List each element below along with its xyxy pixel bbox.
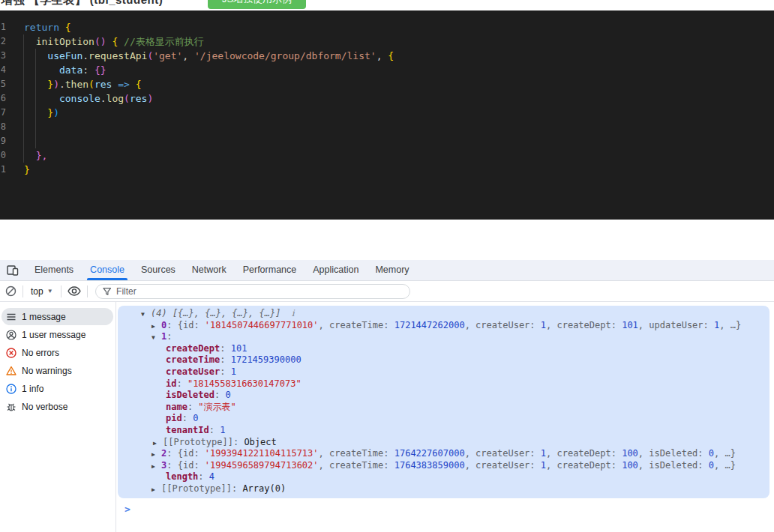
tab-application[interactable]: Application [304, 260, 367, 280]
toolbar-divider [61, 285, 62, 297]
console-tree-row: createTime: 1721459390000 [118, 354, 770, 366]
console-tree-row[interactable]: ▶0: {id: '1814507446697771010', createTi… [118, 320, 770, 332]
console-prompt[interactable]: > [116, 504, 774, 515]
console-tree-row[interactable]: ▼(4) [{…}, {…}, {…}, {…}] i [118, 308, 770, 320]
expand-triangle-icon[interactable]: ▶ [153, 438, 157, 450]
code-line[interactable]: 2 initOption() { //表格显示前执行 [0, 34, 774, 49]
sidebar-item-no-errors[interactable]: No errors [2, 344, 113, 361]
sidebar-item-no-verbose[interactable]: No verbose [2, 398, 113, 415]
line-number: 8 [0, 120, 6, 134]
code-text [6, 134, 24, 148]
filter-field[interactable] [95, 284, 410, 299]
code-line[interactable]: 8 [0, 120, 774, 134]
code-line[interactable]: 0 }, [0, 148, 774, 163]
line-number: 6 [0, 91, 6, 106]
code-text: console.log(res) [6, 91, 153, 106]
indent-guide [35, 49, 36, 148]
chevron-down-icon: ▼ [47, 288, 53, 294]
verbose-icon [6, 402, 16, 412]
collapse-triangle-icon[interactable]: ▼ [141, 309, 145, 321]
page-title: 增强 【学生表】 (tbl_student) [2, 0, 163, 7]
tab-performance[interactable]: Performance [235, 260, 305, 280]
prompt-chevron-icon: > [124, 504, 130, 515]
tab-sources[interactable]: Sources [133, 260, 184, 280]
toolbar-divider [87, 285, 88, 297]
code-text: }) [6, 106, 59, 120]
sidebar-item-label: No warnings [22, 366, 72, 376]
live-expression-eye-icon[interactable] [68, 286, 81, 296]
console-tree-row: createDept: 101 [118, 343, 770, 355]
user-icon [6, 330, 16, 340]
code-line[interactable]: 5 }).then(res => { [0, 77, 774, 91]
console-tree-row: length: 4 [118, 471, 770, 483]
sidebar-item-label: No verbose [22, 402, 68, 412]
line-number: 9 [0, 134, 6, 148]
line-number: 2 [0, 34, 6, 49]
toggle-device-toolbar-icon[interactable] [7, 265, 19, 276]
line-number: 3 [0, 49, 6, 63]
line-number: 0 [0, 148, 6, 163]
sidebar-item-label: 1 user message [22, 330, 86, 340]
console-tree-row[interactable]: ▶3: {id: '1994596589794713602', createTi… [118, 460, 770, 472]
console-sidebar: 1 message1 user messageNo errorsNo warni… [0, 302, 116, 532]
code-text: return { [6, 20, 71, 34]
tab-network[interactable]: Network [184, 260, 235, 280]
code-line[interactable]: 9 [0, 134, 774, 148]
code-line[interactable]: 4 data: {} [0, 63, 774, 77]
console-tree-row: createUser: 1 [118, 366, 770, 378]
expand-triangle-icon[interactable]: ▶ [152, 321, 155, 333]
tab-memory[interactable]: Memory [367, 260, 417, 280]
console-output: ▼(4) [{…}, {…}, {…}, {…}] i▶0: {id: '181… [116, 302, 774, 532]
sidebar-item-label: 1 message [22, 312, 66, 322]
devtools-tabs: ElementsConsoleSourcesNetworkPerformance… [26, 260, 418, 280]
code-text [6, 120, 24, 134]
sidebar-item-label: No errors [22, 348, 59, 358]
context-label: top [31, 286, 44, 297]
console-tree-row[interactable]: ▶[[Prototype]]: Object [118, 437, 770, 449]
code-line[interactable]: 3 useFun.requestApi('get', '/jeelowcode/… [0, 49, 774, 63]
sidebar-item-1-info[interactable]: 1 info [2, 380, 113, 397]
console-log-message: ▼(4) [{…}, {…}, {…}, {…}] i▶0: {id: '181… [118, 306, 770, 498]
console-tree-row: name: "演示表" [118, 402, 770, 414]
filter-input[interactable] [116, 286, 403, 297]
console-tree-row[interactable]: ▼1: [118, 331, 770, 343]
toolbar-divider [22, 285, 23, 297]
code-text: initOption() { //表格显示前执行 [6, 34, 204, 49]
line-number: 7 [0, 106, 6, 120]
clear-console-icon[interactable] [5, 285, 16, 297]
expand-triangle-icon[interactable]: ▶ [152, 484, 155, 496]
code-editor[interactable]: 1return {2 initOption() { //表格显示前执行3 use… [0, 10, 774, 220]
code-line[interactable]: 1} [0, 163, 774, 177]
expand-triangle-icon[interactable]: ▶ [152, 449, 155, 461]
code-lines: 1return {2 initOption() { //表格显示前执行3 use… [0, 20, 774, 177]
sidebar-item-no-warnings[interactable]: No warnings [2, 362, 113, 379]
indent-guide [23, 34, 24, 163]
js-sample-button[interactable]: JS增强使用示例 [208, 0, 306, 9]
console-tree-row[interactable]: ▶2: {id: '1993941221104115713', createTi… [118, 448, 770, 460]
tab-console[interactable]: Console [82, 260, 133, 280]
console-tree-row[interactable]: ▶[[Prototype]]: Array(0) [118, 483, 770, 495]
line-number: 1 [0, 20, 6, 34]
funnel-icon [103, 287, 111, 296]
tab-elements[interactable]: Elements [26, 260, 82, 280]
line-number: 5 [0, 77, 6, 91]
sidebar-item-label: 1 info [22, 384, 44, 394]
info-icon [6, 384, 16, 394]
console-toolbar: top ▼ [0, 281, 774, 302]
collapse-triangle-icon[interactable]: ▼ [152, 332, 155, 344]
sidebar-item-1-user-message[interactable]: 1 user message [2, 326, 113, 343]
line-number: 1 [0, 163, 6, 177]
console-tree-row: id: "1814558316630147073" [118, 378, 770, 390]
code-line[interactable]: 6 console.log(res) [0, 91, 774, 106]
code-line[interactable]: 7 }) [0, 106, 774, 120]
code-line[interactable]: 1return { [0, 20, 774, 34]
expand-triangle-icon[interactable]: ▶ [152, 461, 155, 473]
devtools-tab-bar: ElementsConsoleSourcesNetworkPerformance… [0, 260, 774, 281]
console-tree-row: pid: 0 [118, 413, 770, 425]
sidebar-item-1-message[interactable]: 1 message [2, 308, 113, 325]
console-tree-row: tenantId: 1 [118, 425, 770, 437]
line-number: 4 [0, 63, 6, 77]
javascript-context-selector[interactable]: top ▼ [29, 286, 55, 297]
page-background-gap [0, 220, 774, 260]
console-panel: 1 message1 user messageNo errorsNo warni… [0, 302, 774, 532]
